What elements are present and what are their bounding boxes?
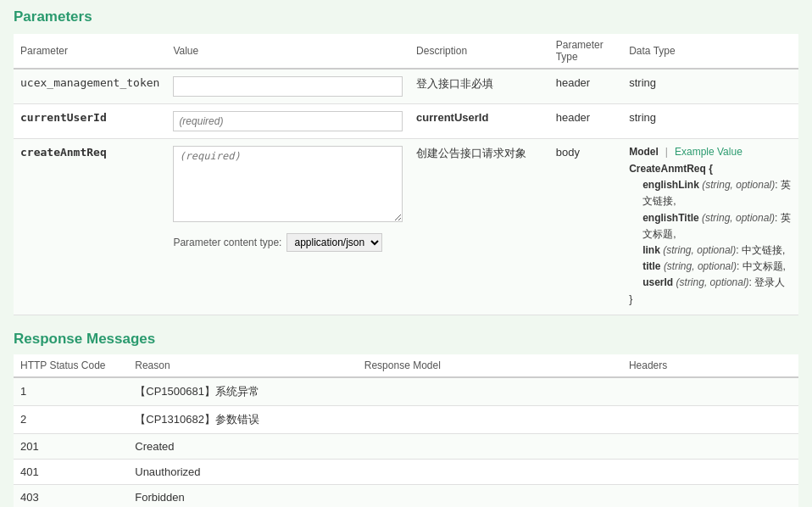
response-response_model-cell — [358, 377, 622, 406]
response-table: HTTP Status Code Reason Response Model H… — [14, 354, 798, 507]
response-response_model-cell — [358, 433, 622, 459]
main-container: Parameters Parameter Value Description P… — [0, 0, 812, 507]
content-type-row: Parameter content type: application/json… — [173, 230, 403, 255]
param-datatype-cell: Model | Example Value CreateAnmtReq { en… — [622, 139, 798, 315]
model-section: Model | Example Value CreateAnmtReq { en… — [629, 146, 792, 308]
field-type: (string, optional) — [702, 212, 775, 224]
field-type: (string, optional) — [664, 260, 737, 272]
param-type-cell: header — [549, 69, 622, 104]
col-header-description: Description — [409, 34, 549, 69]
model-link-example[interactable]: Example Value — [675, 146, 742, 158]
field-name: link — [642, 244, 660, 256]
param-name-cell: ucex_management_token — [14, 69, 166, 104]
col-header-param-type: Parameter Type — [549, 34, 622, 69]
response-response_model-cell — [358, 484, 622, 507]
model-field: userId (string, optional): 登录人 — [642, 275, 792, 291]
response-headers-cell — [622, 433, 798, 459]
field-type: (string, optional) — [676, 276, 749, 288]
table-row: 403Forbidden — [14, 484, 798, 507]
field-name: englishLink — [642, 179, 699, 191]
response-reason-cell: 【CP1310682】参数错误 — [128, 405, 358, 433]
param-name-cell: currentUserId — [14, 104, 166, 139]
param-textarea[interactable] — [173, 146, 403, 222]
model-links: Model | Example Value — [629, 146, 792, 158]
response-headers-cell — [622, 484, 798, 507]
table-row: 1【CP1500681】系统异常 — [14, 377, 798, 406]
model-closing: } — [629, 293, 632, 305]
params-table: Parameter Value Description Parameter Ty… — [14, 34, 798, 315]
response-response_model-cell — [358, 405, 622, 433]
field-type: (string, optional) — [663, 244, 736, 256]
response-headers-cell — [622, 405, 798, 433]
param-input[interactable] — [173, 111, 403, 131]
params-section-title: Parameters — [14, 8, 798, 25]
field-name: englishTitle — [642, 212, 698, 224]
response-status_code-cell: 403 — [14, 484, 128, 507]
model-field: title (string, optional): 中文标题, — [642, 259, 792, 275]
col-header-data-type: Data Type — [622, 34, 798, 69]
field-name: title — [642, 260, 660, 272]
model-field: englishTitle (string, optional): 英文标题, — [642, 210, 792, 242]
content-type-label: Parameter content type: — [173, 237, 281, 248]
model-field: englishLink (string, optional): 英文链接, — [642, 177, 792, 209]
response-headers-cell — [622, 377, 798, 406]
response-status_code-cell: 2 — [14, 405, 128, 433]
table-row: currentUserId currentUserId header strin… — [14, 104, 798, 139]
model-body: CreateAnmtReq { englishLink (string, opt… — [629, 161, 792, 308]
param-name-cell: createAnmtReq — [14, 139, 166, 315]
model-field: link (string, optional): 中文链接, — [642, 242, 792, 259]
param-name: createAnmtReq — [20, 146, 107, 159]
table-row: 201Created — [14, 433, 798, 459]
param-desc-cell: currentUserId — [409, 104, 549, 139]
response-reason-cell: Created — [128, 433, 358, 459]
param-desc-text: 创建公告接口请求对象 — [416, 147, 526, 159]
response-section-title: Response Messages — [14, 331, 798, 348]
content-type-select[interactable]: application/json application/xml text/pl… — [286, 233, 382, 252]
param-name: ucex_management_token — [20, 76, 159, 89]
field-type: (string, optional) — [702, 179, 775, 191]
param-desc-bold: currentUserId — [416, 111, 488, 124]
col-header-headers: Headers — [622, 354, 798, 377]
response-status_code-cell: 1 — [14, 377, 128, 406]
response-reason-cell: 【CP1500681】系统异常 — [128, 377, 358, 406]
col-header-reason: Reason — [128, 354, 358, 377]
field-name: userId — [642, 276, 673, 288]
param-type-cell: header — [549, 104, 622, 139]
model-link-model[interactable]: Model — [629, 146, 659, 158]
param-value-cell — [166, 104, 409, 139]
param-input[interactable] — [173, 76, 403, 97]
param-desc-cell: 创建公告接口请求对象 — [409, 139, 549, 315]
table-row: ucex_management_token 登入接口非必填 header str… — [14, 69, 798, 104]
response-status_code-cell: 401 — [14, 459, 128, 484]
param-datatype-cell: string — [622, 104, 798, 139]
table-row: createAnmtReq Parameter content type: ap… — [14, 139, 798, 315]
col-header-parameter: Parameter — [14, 34, 166, 69]
table-row: 2【CP1310682】参数错误 — [14, 405, 798, 433]
table-row: 401Unauthorized — [14, 459, 798, 484]
model-class-name: CreateAnmtReq { — [629, 163, 713, 175]
col-header-value: Value — [166, 34, 409, 69]
response-reason-cell: Forbidden — [128, 484, 358, 507]
response-status_code-cell: 201 — [14, 433, 128, 459]
param-value-cell: Parameter content type: application/json… — [166, 139, 409, 315]
response-headers-cell — [622, 459, 798, 484]
param-desc-cell: 登入接口非必填 — [409, 69, 549, 104]
param-type-cell: body — [549, 139, 622, 315]
response-response_model-cell — [358, 459, 622, 484]
param-datatype-cell: string — [622, 69, 798, 104]
col-header-status-code: HTTP Status Code — [14, 354, 128, 377]
col-header-response-model: Response Model — [358, 354, 622, 377]
param-value-cell — [166, 69, 409, 104]
param-name: currentUserId — [20, 111, 107, 124]
model-link-separator: | — [665, 146, 668, 158]
response-reason-cell: Unauthorized — [128, 459, 358, 484]
